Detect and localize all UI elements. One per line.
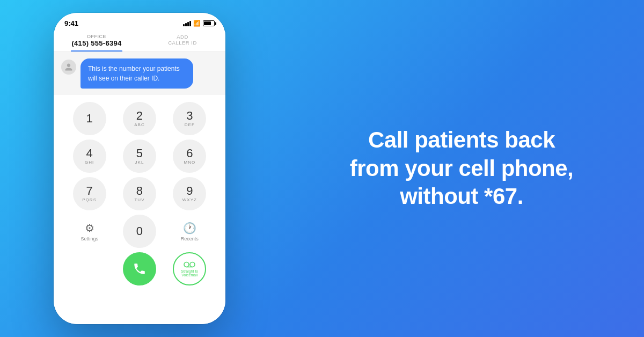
chat-bubble: This is the number your patients will se… — [80, 58, 193, 89]
svg-point-1 — [190, 262, 195, 267]
phone-mockup-section: 9:41 📶 OFFICE — [0, 0, 279, 337]
phone-frame: 9:41 📶 OFFICE — [54, 13, 225, 324]
status-icons: 📶 — [183, 20, 215, 27]
dial-2[interactable]: 2 ABC — [123, 102, 156, 135]
avatar-icon — [64, 63, 73, 71]
call-icon — [133, 262, 147, 276]
dial-row-5: Straight toVoicemail — [64, 251, 215, 287]
avatar — [61, 60, 76, 75]
signal-bar-3 — [187, 22, 189, 26]
signal-bar-1 — [183, 24, 185, 26]
status-time: 9:41 — [64, 19, 78, 27]
phone-wrapper: 9:41 📶 OFFICE — [54, 13, 225, 324]
dial-3[interactable]: 3 DEF — [173, 102, 206, 135]
tagline-line3: without *67. — [400, 184, 523, 209]
signal-icon — [183, 21, 191, 26]
dial-9[interactable]: 9 WXYZ — [173, 177, 206, 210]
tab-office[interactable]: OFFICE (415) 555-6394 — [54, 30, 140, 52]
tagline: Call patients back from your cell phone,… — [350, 126, 574, 211]
dial-7[interactable]: 7 PQRS — [73, 177, 106, 210]
dial-placeholder-left — [73, 252, 106, 285]
dial-row-2: 4 GHI 5 JKL 6 MNO — [64, 138, 215, 174]
dial-4[interactable]: 4 GHI — [73, 140, 106, 173]
dial-row-1: 1 2 ABC 3 DEF — [64, 100, 215, 137]
dial-row-3: 7 PQRS 8 TUV 9 WXYZ — [64, 175, 215, 212]
signal-bar-4 — [189, 21, 191, 26]
recents-icon-wrapper: 🕐 Recents — [181, 222, 199, 241]
dial-1[interactable]: 1 — [73, 102, 106, 135]
dial-6[interactable]: 6 MNO — [173, 140, 206, 173]
dial-5[interactable]: 5 JKL — [123, 140, 156, 173]
signal-bar-2 — [185, 23, 187, 26]
battery-icon — [203, 20, 215, 26]
dial-0[interactable]: 0 — [123, 215, 156, 248]
tagline-line1: Call patients back — [368, 127, 555, 152]
tab-office-label-top: OFFICE — [57, 34, 136, 39]
recents-label: Recents — [181, 236, 199, 241]
settings-icon-wrapper: ⚙ Settings — [80, 222, 98, 241]
voicemail-icon — [184, 261, 195, 268]
wifi-icon: 📶 — [193, 20, 201, 27]
tab-add-label-top: ADD — [143, 34, 222, 40]
tab-add-label-bottom: CALLER ID — [143, 40, 222, 46]
battery-fill — [204, 21, 211, 25]
tagline-line2: from your cell phone, — [350, 156, 574, 181]
chat-area: This is the number your patients will se… — [54, 52, 225, 95]
dial-8[interactable]: 8 TUV — [123, 177, 156, 210]
tab-office-number: (415) 555-6394 — [57, 39, 136, 47]
chat-bubble-text: This is the number your patients will se… — [88, 65, 180, 82]
tab-add-caller-id[interactable]: ADD CALLER ID — [140, 30, 225, 52]
tagline-section: Call patients back from your cell phone,… — [279, 105, 644, 232]
dial-settings[interactable]: ⚙ Settings — [73, 215, 106, 248]
settings-icon: ⚙ — [85, 222, 94, 235]
settings-label: Settings — [80, 236, 98, 241]
voicemail-button[interactable]: Straight toVoicemail — [173, 252, 206, 285]
recents-icon: 🕐 — [183, 222, 196, 235]
dial-recents[interactable]: 🕐 Recents — [173, 215, 206, 248]
dial-pad: 1 2 ABC 3 DEF 4 GHI — [54, 95, 225, 324]
voicemail-label: Straight toVoicemail — [181, 269, 198, 277]
call-button[interactable] — [123, 252, 156, 285]
status-bar: 9:41 📶 — [54, 13, 225, 30]
svg-point-0 — [184, 262, 189, 267]
dial-row-4: ⚙ Settings 0 🕐 Recents — [64, 213, 215, 250]
tab-bar: OFFICE (415) 555-6394 ADD CALLER ID — [54, 30, 225, 52]
